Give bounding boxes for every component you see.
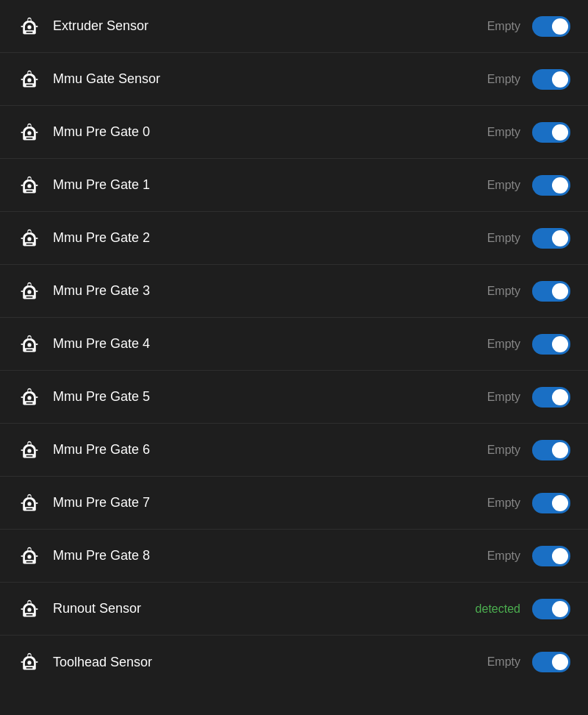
- sensor-name: Mmu Pre Gate 6: [53, 442, 150, 458]
- sensor-row-toolhead-sensor: Toolhead SensorEmpty: [0, 636, 588, 689]
- sensor-row-mmu-pre-gate-8: Mmu Pre Gate 8Empty: [0, 530, 588, 583]
- sensor-icon: [18, 491, 41, 515]
- svg-point-3: [27, 78, 31, 82]
- sensor-status: Empty: [469, 549, 520, 563]
- svg-point-21: [27, 396, 31, 399]
- toggle-mmu-pre-gate-4[interactable]: [532, 334, 570, 355]
- svg-point-0: [27, 25, 31, 29]
- sensor-name: Mmu Pre Gate 0: [53, 124, 150, 140]
- svg-point-12: [27, 237, 31, 241]
- sensor-status: Empty: [469, 179, 520, 192]
- sensor-status: Empty: [469, 444, 520, 457]
- sensor-name: Mmu Pre Gate 1: [53, 177, 150, 193]
- toggle-mmu-pre-gate-0[interactable]: [532, 122, 570, 143]
- sensor-status: detected: [469, 602, 520, 616]
- toggle-mmu-pre-gate-8[interactable]: [532, 546, 570, 566]
- sensor-name: Toolhead Sensor: [53, 655, 152, 670]
- toggle-mmu-pre-gate-1[interactable]: [532, 175, 570, 196]
- svg-point-30: [27, 555, 31, 558]
- sensor-name: Mmu Pre Gate 2: [53, 230, 150, 246]
- sensor-row-mmu-pre-gate-5: Mmu Pre Gate 5Empty: [0, 371, 588, 424]
- sensor-name: Extruder Sensor: [53, 18, 148, 34]
- sensor-icon: [18, 332, 41, 356]
- toggle-runout-sensor[interactable]: [532, 599, 570, 619]
- sensor-name: Mmu Gate Sensor: [53, 71, 160, 87]
- sensor-row-mmu-pre-gate-7: Mmu Pre Gate 7Empty: [0, 477, 588, 530]
- sensor-icon: [18, 280, 41, 303]
- sensor-row-runout-sensor: Runout Sensordetected: [0, 583, 588, 636]
- sensor-icon: [18, 650, 41, 674]
- sensor-name: Mmu Pre Gate 7: [53, 495, 150, 511]
- svg-point-27: [27, 502, 31, 505]
- sensor-status: Empty: [469, 338, 520, 351]
- sensor-name: Mmu Pre Gate 3: [53, 283, 150, 299]
- sensor-row-mmu-pre-gate-1: Mmu Pre Gate 1Empty: [0, 159, 588, 212]
- sensor-icon: [18, 227, 41, 250]
- sensor-row-mmu-pre-gate-6: Mmu Pre Gate 6Empty: [0, 424, 588, 477]
- toggle-mmu-pre-gate-5[interactable]: [532, 387, 570, 408]
- sensor-icon: [18, 15, 41, 38]
- toggle-mmu-pre-gate-2[interactable]: [532, 228, 570, 249]
- svg-point-18: [27, 343, 31, 346]
- sensor-row-extruder-sensor: Extruder SensorEmpty: [0, 0, 588, 53]
- sensor-name: Runout Sensor: [53, 601, 141, 616]
- sensor-status: Empty: [469, 285, 520, 298]
- sensor-icon: [18, 174, 41, 197]
- sensor-name: Mmu Pre Gate 4: [53, 336, 150, 352]
- toggle-mmu-pre-gate-6[interactable]: [532, 440, 570, 460]
- sensor-icon: [18, 438, 41, 462]
- sensor-status: Empty: [469, 73, 520, 86]
- sensor-row-mmu-gate-sensor: Mmu Gate SensorEmpty: [0, 53, 588, 106]
- sensor-icon: [18, 121, 41, 144]
- toggle-mmu-pre-gate-7[interactable]: [532, 493, 570, 513]
- svg-point-15: [27, 290, 31, 294]
- sensor-icon: [18, 544, 41, 568]
- sensor-row-mmu-pre-gate-2: Mmu Pre Gate 2Empty: [0, 212, 588, 265]
- sensor-row-mmu-pre-gate-0: Mmu Pre Gate 0Empty: [0, 106, 588, 159]
- toggle-toolhead-sensor[interactable]: [532, 652, 570, 672]
- sensor-row-mmu-pre-gate-4: Mmu Pre Gate 4Empty: [0, 318, 588, 371]
- svg-point-36: [27, 661, 31, 664]
- sensor-list: Extruder SensorEmpty Mmu Gate SensorEmpt…: [0, 0, 588, 689]
- sensor-icon: [18, 597, 41, 621]
- svg-point-24: [27, 449, 31, 452]
- sensor-status: Empty: [469, 232, 520, 245]
- sensor-status: Empty: [469, 20, 520, 33]
- sensor-status: Empty: [469, 391, 520, 404]
- svg-point-9: [27, 184, 31, 188]
- toggle-mmu-pre-gate-3[interactable]: [532, 281, 570, 302]
- toggle-mmu-gate-sensor[interactable]: [532, 69, 570, 90]
- sensor-status: Empty: [469, 497, 520, 510]
- sensor-row-mmu-pre-gate-3: Mmu Pre Gate 3Empty: [0, 265, 588, 318]
- sensor-name: Mmu Pre Gate 8: [53, 548, 150, 563]
- svg-point-6: [27, 131, 31, 135]
- toggle-extruder-sensor[interactable]: [532, 16, 570, 37]
- sensor-icon: [18, 385, 41, 409]
- svg-point-33: [27, 608, 31, 611]
- sensor-status: Empty: [469, 126, 520, 139]
- sensor-icon: [18, 68, 41, 91]
- sensor-status: Empty: [469, 655, 520, 669]
- sensor-name: Mmu Pre Gate 5: [53, 389, 150, 405]
